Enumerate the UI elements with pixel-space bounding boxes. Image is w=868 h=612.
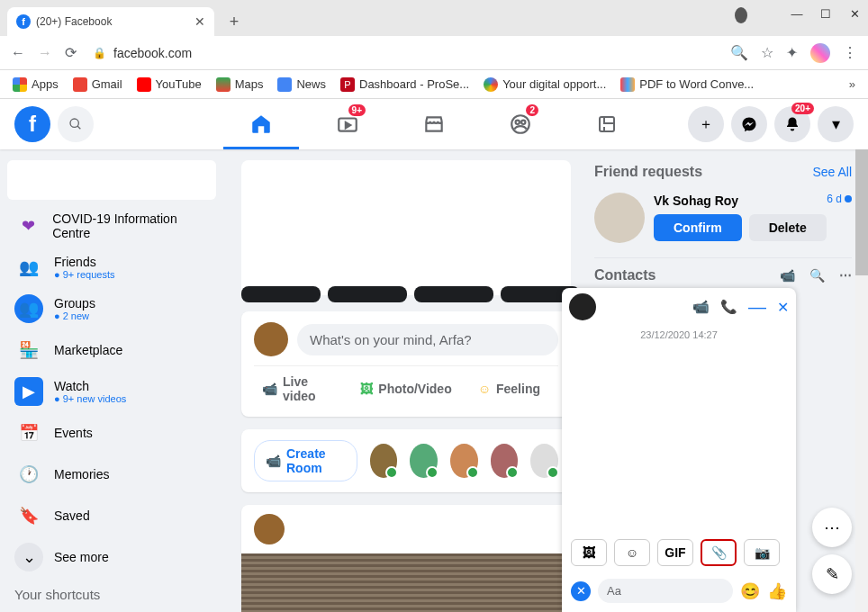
live-video-button[interactable]: 📹Live video — [254, 366, 352, 411]
photo-tool[interactable]: 🖼 — [571, 539, 607, 566]
zoom-icon[interactable]: 🔍 — [730, 44, 748, 61]
nav-gaming[interactable] — [567, 99, 646, 149]
url-text: facebook.com — [113, 46, 192, 60]
sidebar-item-marketplace[interactable]: 🏪Marketplace — [7, 329, 216, 371]
sidebar-item-friends[interactable]: 👥Friends● 9+ requests — [7, 247, 216, 288]
request-name[interactable]: Vk Sohag Roy — [654, 194, 738, 208]
chat-input[interactable]: Aa — [598, 579, 733, 603]
feeling-button[interactable]: ☺Feeling — [460, 366, 558, 411]
close-tab-icon[interactable]: ✕ — [194, 14, 205, 29]
like-icon[interactable]: 👍 — [767, 581, 787, 601]
gif-tool[interactable]: GIF — [657, 539, 693, 566]
account-menu-button[interactable]: ▾ — [818, 106, 854, 142]
chat-input-row: ✕ Aa 😊 👍 — [562, 573, 796, 612]
maximize-icon[interactable]: ☐ — [819, 7, 832, 23]
scrollbar-thumb[interactable] — [855, 149, 868, 275]
chat-shortcuts-button[interactable]: ⋯ — [812, 508, 852, 547]
sidebar-item-watch[interactable]: ▶Watch● 9+ new videos — [7, 371, 216, 412]
video-call-icon[interactable]: 📹 — [692, 299, 710, 315]
more-actions-icon[interactable]: ✕ — [571, 581, 591, 601]
bookmark-youtube[interactable]: YouTube — [137, 77, 202, 92]
room-contact-avatar[interactable] — [370, 444, 398, 478]
sticker-tool[interactable]: ☺ — [614, 539, 650, 566]
contacts-options-icon[interactable]: ⋯ — [839, 268, 852, 283]
bookmarks-overflow-icon[interactable]: » — [849, 77, 855, 91]
notif-badge: 20+ — [791, 103, 814, 114]
gaming-icon — [596, 113, 618, 135]
audio-call-icon[interactable]: 📞 — [720, 299, 737, 315]
contacts-header: Contacts — [594, 267, 656, 284]
delete-button[interactable]: Delete — [749, 214, 827, 241]
bookmark-maps[interactable]: Maps — [216, 77, 264, 92]
stories-card[interactable] — [241, 160, 571, 295]
bookmark-digital[interactable]: Your digital opport... — [484, 77, 606, 92]
new-message-button[interactable]: ✎ — [812, 554, 852, 594]
sidebar-item-saved[interactable]: 🔖Saved — [7, 495, 216, 536]
sidebar-item-memories[interactable]: 🕐Memories — [7, 454, 216, 495]
reload-icon[interactable]: ⟳ — [65, 44, 77, 61]
notifications-button[interactable]: 20+ — [774, 106, 810, 142]
minimize-icon[interactable]: — — [791, 7, 803, 23]
profile-indicator-icon[interactable] — [735, 7, 747, 23]
see-all-link[interactable]: See All — [812, 165, 852, 179]
back-icon[interactable]: ← — [11, 45, 25, 61]
bookmark-dashboard[interactable]: PDashboard - ProSe... — [340, 77, 469, 92]
post-image[interactable] — [241, 554, 571, 612]
news-icon — [277, 77, 292, 92]
composer-input[interactable]: What's on your mind, Arfa? — [297, 324, 558, 356]
video-camera-icon: 📹 — [262, 382, 277, 396]
nav-home[interactable] — [222, 99, 301, 149]
create-room-button[interactable]: 📹Create Room — [254, 440, 357, 482]
browser-tab-bar: f (20+) Facebook ✕ + — ☐ ✕ — [0, 0, 868, 36]
attachment-tool[interactable]: 📎 — [701, 539, 737, 566]
extensions-icon[interactable]: ✦ — [786, 44, 798, 61]
bookmark-gmail[interactable]: Gmail — [73, 77, 122, 92]
browser-tab[interactable]: f (20+) Facebook ✕ — [7, 7, 214, 36]
close-window-icon[interactable]: ✕ — [848, 7, 861, 23]
new-tab-button[interactable]: + — [222, 9, 247, 34]
minimize-chat-icon[interactable]: — — [748, 302, 766, 311]
browser-menu-icon[interactable]: ⋮ — [843, 44, 857, 61]
post-author-avatar[interactable] — [254, 514, 285, 544]
request-avatar[interactable] — [594, 193, 645, 243]
facebook-logo[interactable]: f — [14, 106, 50, 142]
new-room-icon[interactable]: 📹 — [780, 268, 795, 283]
sidebar-item-events[interactable]: 📅Events — [7, 412, 216, 454]
search-contacts-icon[interactable]: 🔍 — [809, 268, 825, 283]
groups-badge: 2 — [526, 104, 538, 116]
messenger-button[interactable] — [731, 106, 767, 142]
sidebar-item-covid[interactable]: ❤COVID-19 Information Centre — [7, 205, 216, 247]
room-contact-avatar[interactable] — [491, 444, 519, 478]
room-contact-avatar[interactable] — [450, 444, 478, 478]
room-contact-avatar[interactable] — [410, 444, 438, 478]
bookmark-apps[interactable]: Apps — [13, 77, 59, 92]
chat-toolbar: 🖼 ☺ GIF 📎 📷 — [562, 532, 796, 573]
photo-video-button[interactable]: 🖼Photo/Video — [352, 366, 459, 411]
nav-watch[interactable]: 9+ — [308, 99, 387, 149]
svg-point-4 — [516, 121, 520, 124]
confirm-button[interactable]: Confirm — [654, 214, 742, 241]
sidebar-item-seemore[interactable]: ⌄See more — [7, 536, 216, 578]
search-button[interactable] — [58, 106, 94, 142]
chat-header[interactable]: 📹 📞 — ✕ — [562, 288, 796, 326]
star-icon[interactable]: ☆ — [761, 44, 773, 61]
bookmark-news[interactable]: News — [277, 77, 326, 92]
calendar-icon: 📅 — [14, 418, 43, 447]
close-chat-icon[interactable]: ✕ — [777, 299, 789, 316]
nav-marketplace[interactable] — [394, 99, 474, 149]
shortcut-item[interactable]: ssuccess_ful_ — [7, 608, 216, 612]
emoji-picker-icon[interactable]: 😊 — [740, 581, 760, 601]
bookmark-pdf[interactable]: PDF to Word Conve... — [620, 77, 754, 92]
create-button[interactable]: ＋ — [688, 106, 724, 142]
page-scrollbar[interactable] — [855, 149, 868, 612]
address-bar[interactable]: 🔒 facebook.com — [89, 46, 718, 60]
shield-heart-icon: ❤ — [14, 212, 41, 240]
browser-profile-avatar[interactable] — [810, 43, 830, 63]
profile-chip[interactable] — [7, 160, 216, 200]
room-contact-avatar[interactable] — [530, 444, 558, 478]
chat-popup: 📹 📞 — ✕ 23/12/2020 14:27 🖼 ☺ GIF 📎 📷 ✕ A… — [562, 288, 796, 612]
nav-groups[interactable]: 2 — [481, 99, 560, 149]
sidebar-item-groups[interactable]: 👥Groups● 2 new — [7, 288, 216, 329]
camera-tool[interactable]: 📷 — [744, 539, 780, 566]
user-avatar[interactable] — [254, 322, 288, 356]
